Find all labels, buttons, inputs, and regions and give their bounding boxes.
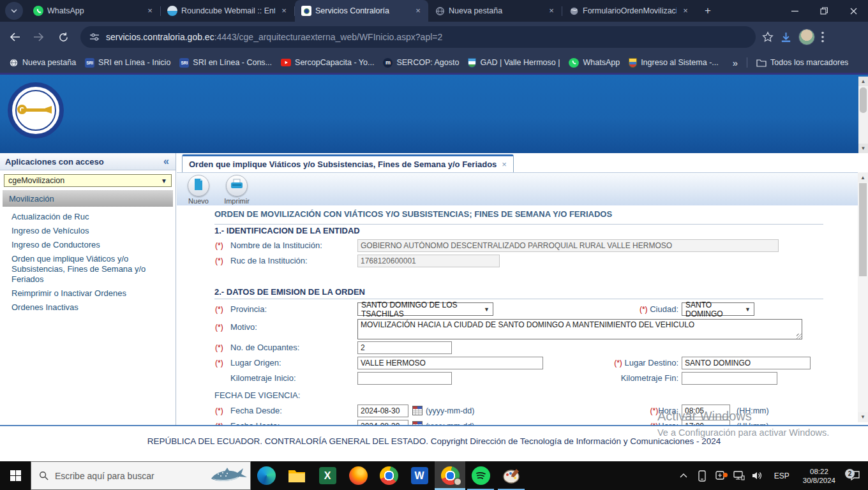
provincia-select[interactable]: SANTO DOMINGO DE LOS TSACHILAS ▼ (357, 302, 493, 316)
new-tab-button[interactable]: + (700, 3, 716, 19)
profile-avatar[interactable] (798, 29, 815, 45)
taskbar-firefox-button[interactable] (343, 461, 373, 490)
calendar-icon[interactable] (412, 420, 423, 425)
ruc-institucion-field[interactable] (357, 255, 500, 267)
bookmark-sri-inicio[interactable]: SRISRI en Línea - Inicio (85, 58, 170, 68)
lugar-destino-field[interactable] (682, 357, 811, 369)
sidebar-item-orden-viaticos[interactable]: Orden que implique Viáticos y/o Subsiste… (11, 254, 167, 285)
sidebar-collapse-icon[interactable]: « (163, 156, 169, 167)
sidebar-item-ingreso-conductores[interactable]: Ingreso de Conductores (11, 240, 167, 250)
bookmark-label: Nueva pestaña (22, 58, 76, 67)
back-button[interactable] (5, 27, 24, 47)
tab-search-button[interactable] (5, 2, 23, 20)
taskbar-paint-button[interactable] (496, 461, 527, 490)
fecha-vigencia-label: FECHA DE VIGENCIA: (214, 390, 300, 400)
fecha-desde-field[interactable] (357, 405, 408, 417)
taskbar-search[interactable]: Escribe aquí para buscar (31, 461, 251, 490)
taskbar-excel-button[interactable]: X (312, 461, 343, 490)
scroll-down-arrow[interactable]: ▼ (858, 144, 868, 153)
tray-update-icon[interactable] (714, 471, 728, 481)
browser-tab-roundcube[interactable]: Roundcube Webmail :: Entra × (161, 0, 294, 22)
window-controls (780, 0, 868, 22)
scroll-up-arrow[interactable]: ▲ (858, 173, 868, 182)
url-path: :4443/cge_arquitecturaexterna_web/WFInic… (214, 32, 443, 42)
tray-volume-icon[interactable] (751, 471, 765, 480)
window-close-button[interactable] (839, 0, 868, 22)
window-restore-button[interactable] (809, 0, 839, 22)
browser-tab-whatsapp[interactable]: WhatsApp × (27, 0, 160, 22)
bookmark-whatsapp[interactable]: WhatsApp (569, 58, 620, 68)
scrollbar-thumb[interactable] (859, 183, 867, 276)
document-tab-close[interactable]: × (502, 160, 507, 169)
bookmark-sercopcapacita[interactable]: SercopCapacita - Yo... (281, 58, 374, 67)
taskbar-chrome-button[interactable] (373, 461, 404, 490)
ocupantes-field[interactable] (357, 341, 452, 354)
lugar-origen-field[interactable] (357, 357, 543, 369)
tab-close-button[interactable]: × (413, 6, 423, 16)
taskbar-edge-button[interactable] (251, 461, 281, 490)
sidebar-item-reimprimir-inactivar[interactable]: Reimprimir o Inactivar Ordenes (11, 288, 167, 299)
tab-close-button[interactable]: × (546, 6, 557, 16)
bookmark-label: WhatsApp (583, 58, 620, 67)
sidebar-group-movilizacion[interactable]: Movilización (3, 190, 173, 207)
browser-tab-formulario-orden[interactable]: FormularioOrdenMovilizaci × (562, 0, 696, 22)
calendar-icon[interactable] (412, 405, 423, 416)
bookmarks-overflow-button[interactable]: » (733, 57, 738, 68)
km-fin-field[interactable] (682, 372, 777, 385)
whale-shark-image[interactable] (209, 464, 249, 489)
tab-label: Servicios Contraloría (315, 6, 409, 15)
address-bar[interactable]: servicios.contraloria.gob.ec:4443/cge_ar… (80, 26, 756, 48)
bookmark-sri-consultas[interactable]: SRISRI en Línea - Cons... (179, 58, 272, 68)
reload-button[interactable] (54, 27, 73, 47)
tray-network-icon[interactable] (732, 471, 746, 480)
fecha-formato-hint: (yyyy-mm-dd) (426, 419, 474, 425)
tray-chevron-up-icon[interactable] (677, 473, 691, 478)
browser-tab-servicios-contraloria-active[interactable]: Servicios Contraloría × (295, 0, 428, 22)
tab-close-button[interactable]: × (680, 6, 691, 16)
bookmark-ingreso-sistema[interactable]: Ingreso al Sistema -... (629, 58, 719, 68)
forward-button[interactable] (29, 27, 49, 47)
nombre-institucion-field[interactable] (357, 239, 779, 252)
taskbar-word-button[interactable]: W (404, 461, 435, 490)
browser-tab-nueva-pestana[interactable]: Nueva pestaña × (428, 0, 562, 22)
taskbar-clock[interactable]: 08:22 30/8/2024 (799, 467, 839, 485)
search-icon (39, 471, 49, 480)
bookmark-star-icon[interactable] (762, 31, 774, 43)
sidebar-item-actualizacion-ruc[interactable]: Actualización de Ruc (11, 212, 167, 222)
action-center-button[interactable]: 2 (844, 470, 865, 481)
scrollbar-thumb[interactable] (860, 87, 867, 113)
all-bookmarks-button[interactable]: Todos los marcadores (756, 58, 848, 67)
site-settings-icon[interactable] (89, 33, 100, 41)
sidebar-item-ingreso-vehiculos[interactable]: Ingreso de Vehículos (11, 226, 167, 236)
language-indicator[interactable]: ESP (769, 471, 795, 480)
content-scrollbar[interactable]: ▲ ▼ (858, 172, 868, 422)
taskbar-explorer-button[interactable] (281, 461, 312, 490)
motivo-textarea[interactable]: MOVILIZACIÓN HACIA LA CIUDAD DE SANTO DO… (357, 319, 802, 339)
taskbar-spotify-button[interactable] (465, 461, 496, 490)
ciudad-select[interactable]: SANTO DOMINGO ▼ (682, 302, 754, 316)
scroll-down-arrow[interactable]: ▼ (858, 412, 868, 422)
header-scrollbar[interactable]: ▲ ▼ (858, 77, 868, 153)
imprimir-button[interactable]: Imprimir (219, 175, 255, 205)
sidebar-item-ordenes-inactivas[interactable]: Ordenes Inactivas (11, 302, 167, 313)
application-select[interactable]: cgeMovilizacion ▼ (4, 174, 172, 187)
taskbar-chrome-profile-button-active[interactable] (435, 461, 465, 490)
application-select-value: cgeMovilizacion (8, 176, 64, 185)
document-tab[interactable]: Orden que implique Viáticos y/o Subsiste… (182, 154, 514, 172)
start-button[interactable] (0, 461, 31, 490)
bookmark-label: SRI en Línea - Cons... (193, 58, 272, 67)
bookmark-nueva-pestana[interactable]: Nueva pestaña (9, 58, 76, 68)
nuevo-button[interactable]: Nuevo (181, 175, 216, 205)
window-minimize-button[interactable] (780, 0, 809, 22)
km-inicio-field[interactable] (357, 372, 452, 385)
resize-grip[interactable] (797, 334, 802, 339)
tab-close-button[interactable]: × (145, 6, 155, 16)
browser-menu-icon[interactable] (821, 31, 824, 43)
download-icon[interactable] (780, 31, 792, 43)
bookmark-gad-valle-hermoso[interactable]: GAD | Valle Hermoso | (468, 58, 560, 68)
tray-phone-link-icon[interactable] (695, 470, 709, 482)
fecha-hasta-field[interactable] (357, 420, 408, 425)
tab-close-button[interactable]: × (279, 6, 289, 16)
scroll-up-arrow[interactable]: ▲ (858, 77, 868, 86)
bookmark-sercop-agosto[interactable]: mSERCOP: Agosto (383, 58, 459, 68)
